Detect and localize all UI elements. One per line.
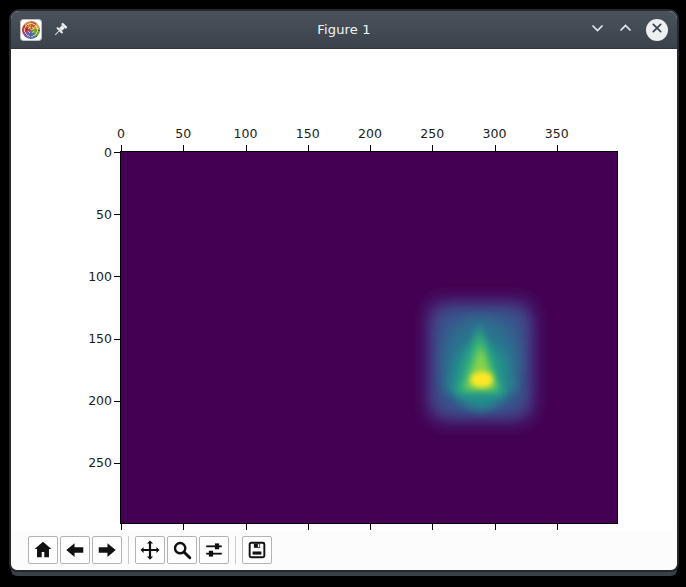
x-tick-label: 0 bbox=[99, 126, 143, 141]
x-tick-mark-bottom bbox=[432, 524, 433, 530]
x-tick-label: 150 bbox=[286, 126, 330, 141]
minimize-button[interactable] bbox=[590, 22, 605, 37]
x-tick-label: 250 bbox=[410, 126, 454, 141]
close-x-icon bbox=[646, 17, 668, 42]
toolbar-home-button[interactable] bbox=[28, 536, 58, 564]
y-tick-label: 200 bbox=[70, 393, 112, 408]
desktop-background: Figure 1 bbox=[0, 0, 686, 587]
toolbar-separator bbox=[235, 536, 236, 564]
matplotlib-pie-glyph bbox=[22, 21, 40, 39]
x-tick-label: 300 bbox=[473, 126, 517, 141]
window-titlebar[interactable]: Figure 1 bbox=[11, 11, 677, 49]
y-tick-label: 50 bbox=[70, 207, 112, 222]
y-tick-mark bbox=[114, 463, 120, 464]
x-tick-mark-top bbox=[432, 145, 433, 151]
x-tick-mark-top bbox=[183, 145, 184, 151]
toolbar-save-button[interactable] bbox=[242, 536, 272, 564]
y-tick-label: 100 bbox=[70, 269, 112, 284]
x-tick-mark-bottom bbox=[308, 524, 309, 530]
x-tick-mark-bottom bbox=[246, 524, 247, 530]
close-button[interactable] bbox=[646, 19, 668, 41]
y-tick-mark bbox=[114, 401, 120, 402]
x-tick-mark-bottom bbox=[183, 524, 184, 530]
y-tick-mark bbox=[114, 152, 120, 153]
y-tick-label: 150 bbox=[70, 331, 112, 346]
x-tick-label: 50 bbox=[161, 126, 205, 141]
toolbar-separator bbox=[128, 536, 129, 564]
x-tick-mark-top bbox=[121, 145, 122, 151]
navigation-toolbar bbox=[28, 536, 272, 564]
pin-icon[interactable] bbox=[52, 22, 68, 38]
toolbar-back-button[interactable] bbox=[60, 536, 90, 564]
x-tick-mark-top bbox=[495, 145, 496, 151]
x-tick-mark-top bbox=[370, 145, 371, 151]
heatmap-hotspot bbox=[121, 152, 617, 523]
heatmap-image[interactable]: 050100150200250300350050100150200250 bbox=[120, 151, 618, 524]
chevron-up-icon bbox=[618, 22, 633, 37]
x-tick-label: 100 bbox=[224, 126, 268, 141]
home-icon bbox=[32, 539, 54, 561]
x-tick-mark-bottom bbox=[495, 524, 496, 530]
toolbar-pan-button[interactable] bbox=[135, 536, 165, 564]
toolbar-zoom-button[interactable] bbox=[167, 536, 197, 564]
x-tick-mark-top bbox=[557, 145, 558, 151]
x-tick-mark-bottom bbox=[121, 524, 122, 530]
floppy-disk-icon bbox=[246, 539, 268, 561]
arrow-left-icon bbox=[64, 539, 86, 561]
y-tick-mark bbox=[114, 339, 120, 340]
move-icon bbox=[139, 539, 161, 561]
y-tick-mark bbox=[114, 276, 120, 277]
arrow-right-icon bbox=[96, 539, 118, 561]
toolbar-forward-button[interactable] bbox=[92, 536, 122, 564]
window-title: Figure 1 bbox=[317, 22, 371, 37]
figure-window: Figure 1 bbox=[9, 9, 679, 572]
y-tick-label: 0 bbox=[70, 145, 112, 160]
x-tick-mark-bottom bbox=[557, 524, 558, 530]
y-tick-mark bbox=[114, 214, 120, 215]
x-tick-mark-top bbox=[246, 145, 247, 151]
magnifier-icon bbox=[171, 539, 193, 561]
maximize-button[interactable] bbox=[618, 22, 633, 37]
sliders-icon bbox=[203, 539, 225, 561]
x-tick-label: 200 bbox=[348, 126, 392, 141]
x-tick-label: 350 bbox=[535, 126, 579, 141]
x-tick-mark-bottom bbox=[370, 524, 371, 530]
figure-canvas[interactable]: 050100150200250300350050100150200250 bbox=[11, 49, 673, 531]
matplotlib-logo-icon[interactable] bbox=[20, 19, 42, 41]
chevron-down-icon bbox=[590, 22, 605, 37]
x-tick-mark-top bbox=[308, 145, 309, 151]
toolbar-subplots-button[interactable] bbox=[199, 536, 229, 564]
window-controls bbox=[590, 19, 668, 41]
y-tick-label: 250 bbox=[70, 455, 112, 470]
